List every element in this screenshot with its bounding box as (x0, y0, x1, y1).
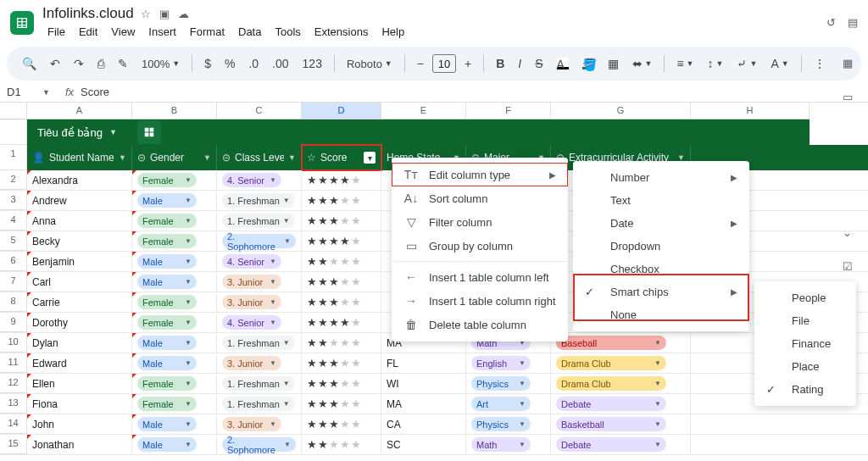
move-icon[interactable]: ▣ (159, 8, 170, 20)
italic-icon[interactable]: I (513, 53, 526, 74)
cell-gender[interactable]: Male▼ (132, 191, 217, 210)
class-chip[interactable]: 1. Freshman▼ (222, 376, 295, 391)
row-header[interactable]: 2 (0, 170, 27, 190)
col-header[interactable]: G (551, 103, 691, 119)
class-chip[interactable]: 2. Sophomore▼ (222, 437, 296, 452)
expand-icon[interactable]: ⌄ (843, 226, 860, 243)
cell-name[interactable]: Dylan (27, 333, 132, 353)
col-header[interactable]: C (217, 103, 302, 119)
class-chip[interactable]: 4. Senior▼ (222, 315, 281, 330)
cell-score[interactable]: ★★★★★ (302, 292, 381, 312)
valign-icon[interactable]: ↕▼ (703, 53, 729, 74)
cell-score[interactable]: ★★★★★ (302, 191, 381, 210)
currency-icon[interactable]: $ (199, 53, 216, 74)
row-header[interactable]: 7 (0, 272, 27, 292)
cell-score[interactable]: ★★★★★ (302, 231, 381, 251)
major-chip[interactable]: Math▼ (471, 437, 531, 452)
gender-chip[interactable]: Female▼ (137, 397, 197, 411)
gender-chip[interactable]: Male▼ (137, 437, 197, 452)
cell-score[interactable]: ★★★★★ (302, 211, 381, 230)
row-header[interactable]: 4 (0, 211, 27, 230)
name-box[interactable]: D1 (0, 84, 42, 100)
row-header[interactable]: 10 (0, 333, 27, 353)
strike-icon[interactable]: S (530, 53, 548, 74)
col-header[interactable]: E (381, 103, 466, 119)
cell-name[interactable]: Alexandra (27, 170, 132, 190)
chevron-down-icon[interactable]: ▼ (203, 153, 211, 162)
col-header[interactable]: D (302, 103, 381, 119)
cell-extra[interactable]: Baseball▼ (551, 333, 691, 353)
major-chip[interactable]: Physics▼ (471, 417, 531, 431)
gender-chip[interactable]: Male▼ (137, 254, 197, 269)
cell-major[interactable]: English▼ (466, 353, 551, 373)
chip-rating[interactable]: ✓Rating (754, 378, 856, 401)
column-student[interactable]: 👤Student Name▼ (27, 145, 132, 170)
chevron-down-icon[interactable]: ▼ (119, 153, 126, 162)
class-chip[interactable]: 3. Junior▼ (222, 417, 281, 431)
col-header[interactable]: B (132, 103, 217, 119)
cell-major[interactable]: Physics▼ (466, 414, 551, 434)
menu-view[interactable]: View (106, 24, 140, 40)
row-header[interactable]: 3 (0, 191, 27, 210)
class-chip[interactable]: 3. Junior▼ (222, 295, 281, 309)
more-icon[interactable]: ⋮ (809, 53, 831, 74)
halign-icon[interactable]: ≡▼ (671, 53, 698, 74)
menu-tools[interactable]: Tools (270, 24, 305, 40)
row-header[interactable]: 15 (0, 435, 27, 454)
doc-name[interactable]: Infolinks.cloud (42, 5, 134, 22)
column-gender[interactable]: ⊝Gender▼ (132, 145, 217, 170)
select-all-corner[interactable] (0, 103, 27, 119)
col-header[interactable]: H (691, 103, 810, 119)
type-none[interactable]: None (573, 303, 749, 326)
extra-chip[interactable]: Baseball▼ (556, 336, 666, 350)
font-size[interactable]: 10 (432, 54, 456, 73)
search-icon[interactable]: 🔍 (17, 53, 42, 74)
menu-filter-column[interactable]: ▽Filter column (392, 210, 568, 234)
col-header[interactable]: F (466, 103, 551, 119)
table-sidebar-icon[interactable]: ▦ (843, 57, 860, 74)
cell-state[interactable]: FL (381, 353, 466, 373)
class-chip[interactable]: 3. Junior▼ (222, 275, 281, 289)
cell-class[interactable]: 1. Freshman▼ (217, 374, 302, 393)
cell-name[interactable]: John (27, 414, 132, 434)
gender-chip[interactable]: Female▼ (137, 295, 197, 309)
cell-name[interactable]: Carrie (27, 292, 132, 312)
cell-gender[interactable]: Male▼ (132, 252, 217, 271)
cell-name[interactable]: Dorothy (27, 313, 132, 332)
comment-icon[interactable]: ▤ (848, 16, 858, 29)
grid-icon[interactable] (137, 120, 161, 144)
cell-name[interactable]: Edward (27, 353, 132, 373)
row-header[interactable]: 14 (0, 414, 27, 434)
menu-insert[interactable]: Insert (143, 24, 181, 40)
undo-icon[interactable]: ↶ (45, 53, 65, 74)
cell-gender[interactable]: Female▼ (132, 170, 217, 190)
cell-extra[interactable]: Drama Club▼ (551, 374, 691, 393)
cell-class[interactable]: 3. Junior▼ (217, 292, 302, 312)
menu-group-column[interactable]: ▭Group by column (392, 234, 568, 258)
formula-value[interactable]: Score (81, 86, 109, 98)
menu-data[interactable]: Data (233, 24, 266, 40)
row-header[interactable]: 13 (0, 394, 27, 414)
gender-chip[interactable]: Male▼ (137, 356, 197, 370)
cell-score[interactable]: ★★★★★ (302, 313, 381, 332)
cell-class[interactable]: 4. Senior▼ (217, 252, 302, 271)
row-header[interactable]: 6 (0, 252, 27, 271)
cell-score[interactable]: ★★★★★ (302, 272, 381, 292)
cell-name[interactable]: Fiona (27, 394, 132, 414)
cell-gender[interactable]: Female▼ (132, 292, 217, 312)
row-header[interactable]: 9 (0, 313, 27, 332)
cell-score[interactable]: ★★★★★ (302, 374, 381, 393)
wrap-icon[interactable]: ⤶▼ (732, 53, 762, 74)
cell-score[interactable]: ★★★★★ (302, 353, 381, 373)
rotate-icon[interactable]: A▼ (765, 53, 793, 74)
cell-name[interactable]: Ellen (27, 374, 132, 393)
type-checkbox[interactable]: Checkbox (573, 258, 749, 280)
keep-icon[interactable]: ▭ (843, 91, 860, 108)
cell-score[interactable]: ★★★★★ (302, 170, 381, 190)
menu-insert-right[interactable]: →Insert 1 table column right (392, 289, 568, 313)
class-chip[interactable]: 1. Freshman▼ (222, 397, 295, 411)
class-chip[interactable]: 1. Freshman▼ (222, 214, 295, 228)
gender-chip[interactable]: Male▼ (137, 417, 197, 431)
gender-chip[interactable]: Female▼ (137, 173, 197, 187)
cell-class[interactable]: 3. Junior▼ (217, 272, 302, 292)
